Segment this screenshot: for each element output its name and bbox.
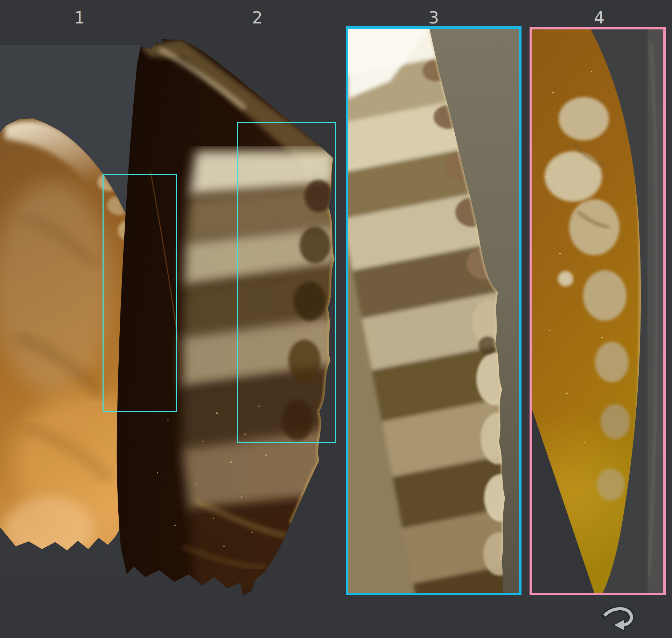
panel-1-label: 1	[65, 8, 93, 27]
roi-box-1	[103, 174, 177, 412]
artifact-3-closeup-image	[348, 29, 519, 593]
panel-2-label: 2	[243, 8, 271, 27]
panel-3-frame	[346, 26, 522, 595]
panel-4-frame	[530, 27, 666, 595]
figure-canvas: 1 2 3 4	[0, 0, 672, 638]
rotate-arrow-icon[interactable]	[597, 601, 639, 634]
panel-3-label: 3	[420, 8, 448, 27]
panel-4-label: 4	[585, 8, 613, 27]
artifact-4-closeup-image	[532, 29, 663, 593]
roi-box-2	[237, 122, 336, 443]
